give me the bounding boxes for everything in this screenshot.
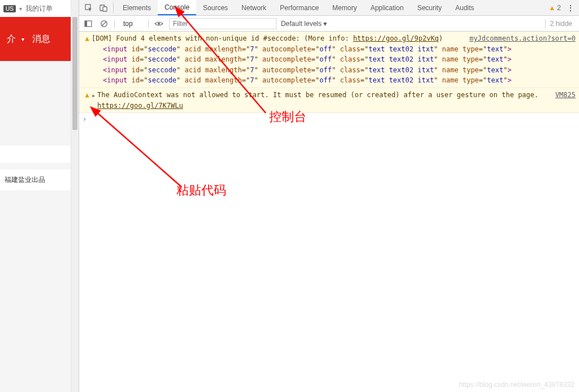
- tab-performance[interactable]: Performance: [273, 0, 326, 15]
- context-selector[interactable]: top: [119, 18, 144, 29]
- tab-application[interactable]: Application: [364, 0, 411, 15]
- nav-item-intro[interactable]: 介: [7, 33, 16, 45]
- console-messages: ▲ [DOM] Found 4 elements with non-unique…: [79, 32, 579, 392]
- chevron-right-icon: ›: [83, 115, 90, 123]
- console-warning-1[interactable]: ▲ [DOM] Found 4 elements with non-unique…: [79, 32, 579, 88]
- more-icon[interactable]: ⋮: [564, 0, 577, 15]
- warning-count[interactable]: ▲ 2: [548, 0, 564, 15]
- plus-badge: US: [3, 5, 16, 12]
- svg-rect-4: [85, 21, 87, 27]
- svg-point-7: [158, 23, 160, 25]
- warning-icon: ▲: [83, 90, 92, 111]
- scrollbar-thumb[interactable]: [72, 17, 77, 130]
- nav-item-messages[interactable]: 消息: [32, 33, 50, 45]
- live-expression-icon[interactable]: [153, 18, 165, 29]
- inspect-icon[interactable]: [81, 0, 96, 15]
- website-panel: US ▾ 我的订单 介 ▾ 消息 福建盐业出品: [0, 0, 79, 392]
- log-levels-selector[interactable]: Default levels ▾: [281, 20, 327, 28]
- device-toggle-icon[interactable]: [96, 0, 111, 15]
- warning-icon: ▲: [548, 4, 555, 12]
- my-orders-link[interactable]: 我的订单: [25, 4, 53, 14]
- filter-input[interactable]: [169, 18, 276, 29]
- watermark: https://blog.csdn.net/weixin_43878332: [459, 381, 574, 389]
- tab-network[interactable]: Network: [235, 0, 273, 15]
- warning-count-number: 2: [557, 4, 561, 12]
- chevron-down-icon: ▾: [19, 6, 22, 12]
- svg-line-6: [102, 21, 106, 26]
- tab-audits[interactable]: Audits: [448, 0, 481, 15]
- tab-elements[interactable]: Elements: [116, 0, 158, 15]
- chevron-down-icon: ▾: [21, 36, 24, 42]
- devtools-panel: Elements Console Sources Network Perform…: [79, 0, 579, 392]
- tab-security[interactable]: Security: [411, 0, 448, 15]
- sidebar-toggle-icon[interactable]: [83, 18, 94, 29]
- tab-memory[interactable]: Memory: [326, 0, 364, 15]
- red-nav-bar: 介 ▾ 消息: [0, 17, 79, 61]
- footer-text: 福建盐业出品: [0, 169, 79, 190]
- context-label: top: [123, 20, 133, 28]
- scrollbar[interactable]: [71, 0, 79, 392]
- svg-rect-2: [103, 7, 107, 11]
- console-warning-2[interactable]: ▲ ▸ The AudioContext was not allowed to …: [79, 88, 579, 113]
- console-prompt[interactable]: ›: [79, 113, 579, 125]
- warning-icon: ▲: [83, 33, 92, 86]
- content-block: [0, 146, 79, 163]
- clear-console-icon[interactable]: [98, 18, 110, 29]
- devtools-tabbar: Elements Console Sources Network Perform…: [79, 0, 579, 16]
- console-toolbar: top Default levels ▾ 2 hidde: [79, 16, 579, 32]
- tab-console[interactable]: Console: [158, 0, 196, 15]
- expand-icon[interactable]: ▸: [92, 90, 97, 111]
- tab-sources[interactable]: Sources: [196, 0, 235, 15]
- hidden-messages[interactable]: 2 hidde: [550, 20, 576, 28]
